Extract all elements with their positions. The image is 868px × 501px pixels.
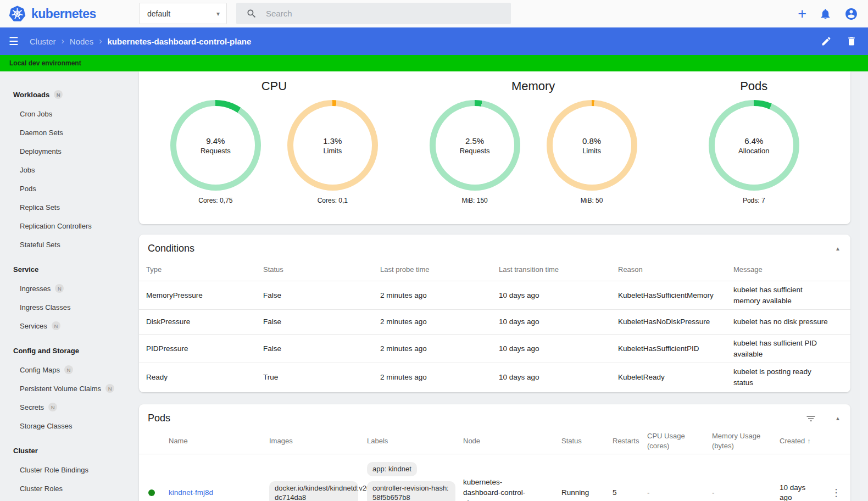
- sidebar-item-ingress-classes[interactable]: Ingress Classes: [0, 298, 136, 316]
- condition-message: kubelet has sufficient PID available: [733, 338, 843, 359]
- sidebar-item-ingresses[interactable]: Ingresses N: [0, 279, 136, 298]
- column-header: Last transition time: [499, 265, 618, 275]
- donut-percent: 6.4%: [744, 136, 763, 146]
- sidebar-item-label: Pods: [20, 185, 36, 193]
- pods-allocation-chart: 6.4% Allocation Pods: 7: [709, 100, 799, 204]
- sidebar-item-label: Jobs: [20, 166, 35, 174]
- pods-table-title: Pods: [148, 413, 805, 424]
- notifications-bell-icon[interactable]: [819, 8, 832, 20]
- condition-transition-time: 10 days ago: [499, 290, 618, 301]
- condition-status: False: [263, 343, 380, 354]
- search-input[interactable]: [266, 9, 504, 18]
- column-header-created[interactable]: Created↑: [780, 436, 825, 446]
- pod-labels: app: kindnet controller-revision-hash: 5…: [367, 462, 463, 501]
- sidebar-item-replica-sets[interactable]: Replica Sets: [0, 198, 136, 216]
- sidebar-section-service[interactable]: Service: [0, 259, 136, 279]
- condition-reason: KubeletReady: [618, 372, 733, 383]
- column-header: Images: [269, 436, 367, 446]
- donut-label: Requests: [201, 147, 231, 155]
- sidebar-item-deployments[interactable]: Deployments: [0, 142, 136, 160]
- namespace-selector[interactable]: default ▾: [139, 3, 227, 24]
- sidebar-item-services[interactable]: Services N: [0, 316, 136, 335]
- column-header: Name: [169, 436, 269, 446]
- condition-message: kubelet is posting ready status: [733, 366, 843, 388]
- sidebar-item-pods[interactable]: Pods: [0, 179, 136, 198]
- sidebar-item-stateful-sets[interactable]: Stateful Sets: [0, 235, 136, 254]
- donut-percent: 0.8%: [582, 136, 601, 146]
- namespaced-badge: N: [48, 403, 57, 411]
- namespaced-badge: N: [105, 384, 114, 393]
- column-header-label: Created: [780, 437, 805, 445]
- sidebar-item-replication-controllers[interactable]: Replication Controllers: [0, 216, 136, 235]
- cpu-title: CPU: [261, 79, 287, 93]
- sidebar-item-secrets[interactable]: Secrets N: [0, 398, 136, 416]
- cpu-limits-donut: 1.3% Limits: [287, 100, 378, 191]
- condition-row-memory-pressure: MemoryPressure False 2 minutes ago 10 da…: [139, 281, 850, 309]
- condition-probe-time: 2 minutes ago: [380, 343, 499, 354]
- sidebar-item-label: Replica Sets: [20, 203, 60, 211]
- edit-pencil-icon[interactable]: [821, 36, 832, 47]
- pod-name-link[interactable]: kindnet-fmj8d: [169, 488, 213, 497]
- sidebar-item-label: Secrets: [20, 403, 44, 411]
- conditions-card: Conditions ▲ Type Status Last probe time…: [139, 235, 850, 392]
- pod-label-chip: controller-revision-hash: 58f5b657b8: [367, 481, 455, 501]
- sidebar-item-persistent-volume-claims[interactable]: Persistent Volume Claims N: [0, 379, 136, 398]
- pod-created: 10 days ago: [780, 483, 825, 501]
- pod-node: kubernetes-dashboard-control-plane: [463, 477, 546, 501]
- condition-reason: KubeletHasNoDiskPressure: [618, 316, 733, 327]
- condition-probe-time: 2 minutes ago: [380, 290, 499, 301]
- pods-title: Pods: [740, 79, 767, 93]
- sidebar-section-workloads[interactable]: Workloads N: [0, 85, 136, 104]
- sidebar-item-cluster-role-bindings[interactable]: Cluster Role Bindings: [0, 460, 136, 479]
- donut-percent: 1.3%: [323, 136, 342, 146]
- pods-card: Pods ▲ Name Images Labels Node Status: [139, 404, 850, 501]
- donut-label: Requests: [460, 147, 490, 155]
- pod-label-chip: app: kindnet: [367, 462, 417, 476]
- breadcrumb-separator-icon: ›: [62, 36, 64, 46]
- filter-icon[interactable]: [805, 413, 816, 424]
- vertical-scrollbar[interactable]: [860, 71, 868, 501]
- column-header: CPU Usage (cores): [647, 431, 712, 451]
- delete-trash-icon[interactable]: [846, 36, 857, 47]
- sidebar-section-config-storage[interactable]: Config and Storage: [0, 341, 136, 360]
- conditions-title: Conditions: [148, 243, 835, 254]
- sidebar-nav: Workloads N Cron Jobs Daemon Sets Deploy…: [0, 71, 136, 501]
- condition-transition-time: 10 days ago: [499, 316, 618, 327]
- condition-message: kubelet has sufficient memory available: [733, 285, 843, 306]
- pod-actions-kebab-icon[interactable]: ⋮: [825, 487, 847, 499]
- user-account-icon[interactable]: [844, 7, 858, 21]
- menu-hamburger-icon[interactable]: ☰: [9, 35, 24, 48]
- kubernetes-logo-icon: [9, 5, 26, 23]
- column-header: Restarts: [613, 436, 647, 446]
- collapse-arrow-icon[interactable]: ▲: [835, 415, 841, 421]
- sidebar-section-cluster[interactable]: Cluster: [0, 441, 136, 460]
- donut-percent: 2.5%: [465, 136, 484, 146]
- breadcrumb-nodes[interactable]: Nodes: [70, 37, 93, 46]
- sidebar-item-config-maps[interactable]: Config Maps N: [0, 360, 136, 379]
- create-resource-button[interactable]: +: [798, 7, 806, 21]
- breadcrumb-cluster[interactable]: Cluster: [30, 37, 56, 46]
- pods-allocation-donut: 6.4% Allocation: [709, 100, 799, 191]
- namespaced-badge: N: [52, 321, 60, 330]
- sidebar-item-jobs[interactable]: Jobs: [0, 160, 136, 179]
- pod-status-ok-dot: [148, 489, 155, 496]
- brand[interactable]: kubernetes: [9, 0, 96, 27]
- collapse-arrow-icon[interactable]: ▲: [835, 246, 841, 252]
- sidebar-item-storage-classes[interactable]: Storage Classes: [0, 416, 136, 435]
- sidebar-item-cluster-roles[interactable]: Cluster Roles: [0, 479, 136, 498]
- sidebar-item-daemon-sets[interactable]: Daemon Sets: [0, 123, 136, 142]
- condition-row-pid-pressure: PIDPressure False 2 minutes ago 10 days …: [139, 334, 850, 363]
- condition-probe-time: 2 minutes ago: [380, 316, 499, 327]
- memory-requests-chart: 2.5% Requests MiB: 150: [430, 100, 520, 204]
- search-bar: [236, 3, 511, 24]
- condition-type: PIDPressure: [146, 343, 263, 354]
- sidebar-item-label: Storage Classes: [20, 422, 72, 430]
- namespaced-badge: N: [55, 284, 64, 293]
- column-header: Memory Usage (bytes): [712, 431, 780, 451]
- column-header: Labels: [367, 436, 463, 446]
- sidebar-item-cron-jobs[interactable]: Cron Jobs: [0, 104, 136, 123]
- sidebar-item-label: Deployments: [20, 147, 62, 155]
- sidebar-item-label: Services: [20, 322, 47, 330]
- sort-ascending-icon: ↑: [807, 437, 811, 445]
- brand-wordmark: kubernetes: [31, 7, 96, 21]
